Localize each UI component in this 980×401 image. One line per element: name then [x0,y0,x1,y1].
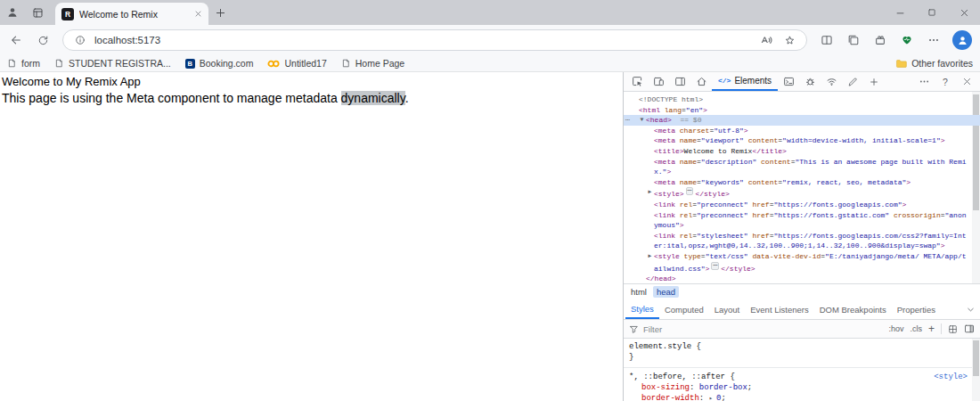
dom-tree-node[interactable]: <title>Welcome to Remix</title> [624,146,980,157]
panel-tab-layout[interactable]: Layout [709,299,746,319]
expand-arrow-icon[interactable]: ▼ [638,115,646,126]
bookmark-label: STUDENT REGISTRA... [69,58,171,69]
refresh-button[interactable] [30,28,55,53]
browser-tab[interactable]: R Welcome to Remix [55,3,208,25]
dom-tree-node[interactable]: <!DOCTYPE html> [624,94,980,105]
dom-tree-node[interactable]: <meta name="description" content="This i… [624,157,980,177]
expand-arrow-icon[interactable]: ▶ [646,187,654,200]
css-line[interactable]: box-sizing: border-box; [624,382,980,393]
bookmark-student-registra[interactable]: STUDENT REGISTRA... [54,58,171,69]
node-markup: <head> == $0 [646,115,969,126]
wifi-icon[interactable] [821,72,842,91]
style-source-link[interactable]: <style> [934,372,968,382]
device-emulation-icon[interactable] [648,72,669,91]
dom-tree-node[interactable]: </head> [624,274,980,283]
scrollbar-thumb[interactable] [973,340,979,376]
devtools-help-icon[interactable]: ? [935,72,956,91]
browser-window: R Welcome to Remix [0,0,980,401]
other-favorites-button[interactable]: Other favorites [895,58,973,70]
tab-close-icon[interactable] [194,10,202,18]
filter-input[interactable]: Filter [643,324,662,334]
devtools-close-icon[interactable] [956,72,977,91]
computed-panel-icon[interactable] [964,323,975,334]
paragraph-text: This page is using the Meta component to… [2,91,341,105]
selected-text: dynamically [341,91,405,105]
dom-tree-node[interactable]: <link rel="stylesheet" href="https://fon… [624,231,980,251]
more-tabs-plus-icon[interactable] [863,72,885,91]
back-button[interactable] [4,28,29,53]
css-line[interactable]: } [624,352,980,363]
address-bar[interactable]: localhost:5173 [62,29,807,51]
bookmark-booking-com[interactable]: BBooking.com [185,58,254,69]
toggle-element-state[interactable]: :hov [888,324,903,333]
toggle-classes[interactable]: .cls [910,324,922,333]
other-favorites-label: Other favorites [911,58,973,69]
collections-icon[interactable] [841,28,866,53]
read-aloud-icon[interactable] [757,34,775,46]
styles-panel-tabbar: StylesComputedLayoutEvent ListenersDOM B… [624,299,980,320]
dom-tree-node[interactable]: <meta name="keywords" content="remix, re… [624,177,980,188]
node-overflow-icon[interactable]: ⋯ [625,115,630,126]
site-info-icon[interactable] [71,35,89,45]
dom-tree-node[interactable]: <html lang="en"> [624,105,980,116]
breadcrumb-html[interactable]: html [627,286,650,298]
node-markup: <meta name="viewport" content="width=dev… [654,135,969,146]
bookmark-untitled17[interactable]: Untitled17 [267,58,326,69]
node-markup: <meta charset="utf-8"> [654,126,969,136]
inspect-icon[interactable] [626,72,648,91]
url-text[interactable]: localhost:5173 [94,35,160,45]
breadcrumb-head[interactable]: head [653,286,679,298]
maximize-button[interactable] [916,0,948,25]
inline-expand-icon[interactable]: ⋯ [686,187,694,195]
devtools-more-options-icon[interactable] [913,72,935,91]
split-screen-icon[interactable] [814,28,839,53]
dom-tree-node[interactable]: ▶<style type="text/css" data-vite-dev-id… [624,251,980,274]
styles-scrollbar[interactable] [972,339,980,401]
grid-overlay-icon[interactable] [948,324,958,334]
panel-tab-event-listeners[interactable]: Event Listeners [745,299,813,319]
panel-tab-properties[interactable]: Properties [892,299,941,319]
profile-icon[interactable] [0,0,25,25]
extensions-icon[interactable] [868,28,893,53]
dom-tree-node[interactable]: ▶<style>⋯</style> [624,187,980,200]
dom-tree-node[interactable]: <link rel="preconnect" href="https://fon… [624,210,980,231]
page-title: Welcome to My Remix App [2,75,616,89]
panel-tab-styles[interactable]: Styles [625,299,659,319]
favorites-star-icon[interactable] [780,35,798,46]
css-line[interactable]: border-width: ▸ 0; [624,393,980,401]
dom-tree-node[interactable]: <meta name="viewport" content="width=dev… [624,135,980,146]
arrow-spacer [646,210,654,231]
bookmarks-list: formSTUDENT REGISTRA...BBooking.comUntit… [7,58,404,69]
dock-side-icon[interactable] [669,72,690,91]
welcome-home-icon[interactable] [690,72,712,91]
arrow-spacer [646,126,654,136]
node-markup: <link rel="preconnect" href="https://fon… [654,200,969,210]
expand-arrow-icon[interactable]: ▶ [646,251,654,274]
workspaces-icon[interactable] [25,0,50,25]
panel-tab-dom-breakpoints[interactable]: DOM Breakpoints [814,299,892,319]
browser-essentials-icon[interactable] [894,28,919,53]
tab-elements[interactable]: </> Elements [712,72,778,91]
pen-icon[interactable] [842,72,863,91]
bookmark-home-page[interactable]: Home Page [341,58,404,69]
navigation-bar: localhost:5173 [0,25,980,55]
panel-tab-computed[interactable]: Computed [659,299,709,319]
chevron-down-icon[interactable] [962,305,978,315]
minimize-button[interactable] [884,0,916,25]
bookmark-form[interactable]: form [7,58,40,69]
settings-more-icon[interactable] [921,28,946,53]
dom-tree-node[interactable]: <meta charset="utf-8"> [624,126,980,136]
new-tab-button[interactable] [208,0,232,25]
close-window-button[interactable] [948,0,980,25]
console-icon[interactable] [778,72,799,91]
arrow-spacer [646,146,654,157]
profile-avatar[interactable] [952,30,972,50]
inline-expand-icon[interactable]: ⋯ [711,262,719,270]
bug-icon[interactable] [799,72,821,91]
dom-tree-node[interactable]: ⋯▼<head> == $0 [624,115,980,126]
code-icon: </> [718,77,731,85]
css-line[interactable]: element.style { [624,341,980,352]
new-style-rule-button[interactable]: + [928,323,935,334]
dom-tree-node[interactable]: <link rel="preconnect" href="https://fon… [624,200,980,210]
css-line[interactable]: <style>*, ::before, ::after { [624,367,980,382]
